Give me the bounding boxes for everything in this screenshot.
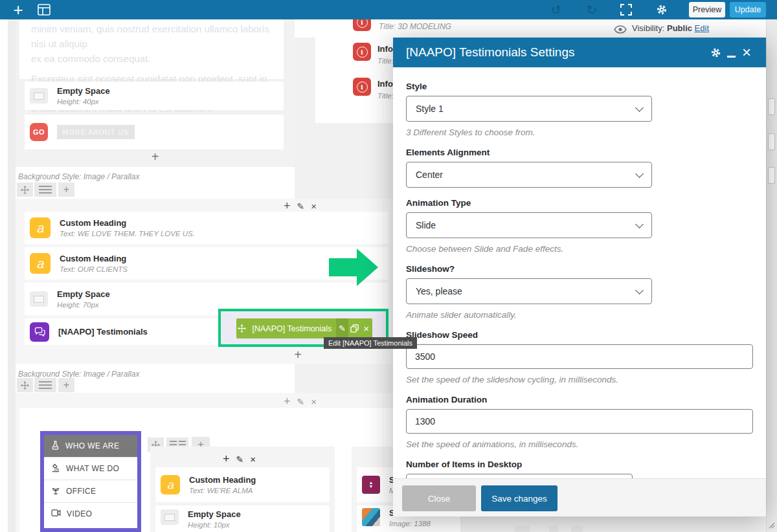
clone-icon[interactable] bbox=[348, 318, 361, 338]
microscope-icon bbox=[51, 463, 60, 474]
info-box-icon: i bbox=[353, 78, 371, 96]
column-bottom-fragment bbox=[549, 526, 558, 532]
chevron-down-icon bbox=[635, 104, 644, 112]
save-changes-button[interactable]: Save changes bbox=[481, 485, 557, 511]
add-element-topbar-icon[interactable]: + bbox=[9, 0, 27, 19]
nav-item-what-we-do[interactable]: WHAT WE DO bbox=[44, 457, 137, 480]
visibility-edit-link[interactable]: Edit bbox=[695, 23, 709, 33]
visibility-value: Public bbox=[667, 23, 692, 33]
nav-item-office[interactable]: OFFICE bbox=[44, 480, 137, 502]
right-strip-box bbox=[768, 133, 775, 150]
row-layout-icon[interactable] bbox=[34, 378, 56, 392]
preview-button[interactable]: Preview bbox=[689, 2, 725, 17]
row-add-icon[interactable]: + bbox=[58, 378, 74, 392]
gear-icon[interactable] bbox=[708, 43, 723, 62]
visibility-label: Visibility: bbox=[632, 23, 664, 33]
left-edge-strip bbox=[8, 19, 16, 532]
fullscreen-icon[interactable] bbox=[617, 0, 635, 19]
chevron-down-icon bbox=[635, 286, 644, 294]
redo-icon[interactable]: ↻ bbox=[583, 0, 601, 19]
nav-item-who-we-are[interactable]: WHO WE ARE bbox=[44, 435, 137, 457]
testimonials-chat-icon bbox=[30, 322, 49, 342]
info-box-label: Info bbox=[377, 79, 393, 89]
row-drag-icon[interactable] bbox=[17, 183, 33, 197]
element-empty-space[interactable]: Empty Space Height: 40px bbox=[25, 82, 284, 110]
modal-title: [NAAPO] Testimonials Settings bbox=[406, 45, 708, 60]
drag-move-icon[interactable] bbox=[236, 318, 247, 338]
undo-icon[interactable]: ↺ bbox=[547, 0, 565, 19]
column-controls: + ✎ × bbox=[223, 452, 256, 466]
element-empty-space[interactable]: Empty Space Height: 10px bbox=[155, 505, 330, 532]
empty-space-icon bbox=[161, 509, 179, 525]
add-icon[interactable]: + bbox=[223, 452, 230, 466]
add-element-icon[interactable]: + bbox=[16, 150, 295, 164]
add-icon[interactable]: + bbox=[284, 199, 291, 213]
modal-header: [NAAPO] Testimonials Settings × bbox=[393, 38, 766, 67]
eye-icon bbox=[614, 25, 627, 36]
chevron-down-icon bbox=[635, 220, 644, 228]
lorem-line: ex ea commodo consequat. bbox=[31, 51, 284, 66]
close-icon[interactable]: × bbox=[739, 43, 754, 62]
empty-space-icon bbox=[30, 88, 48, 104]
empty-space-icon bbox=[30, 291, 48, 307]
delete-icon[interactable]: × bbox=[360, 318, 372, 338]
edit-pencil-icon[interactable]: ✎ bbox=[336, 318, 348, 338]
pencil-icon[interactable]: ✎ bbox=[236, 454, 244, 465]
animation-duration-input[interactable] bbox=[406, 409, 753, 434]
custom-heading-icon: a bbox=[161, 475, 180, 494]
field-animation-duration: Animation Duration Set the speed of anim… bbox=[406, 395, 753, 449]
chevron-down-icon bbox=[635, 170, 644, 178]
gear-icon[interactable] bbox=[653, 0, 671, 19]
info-box-title-hint: Title: 3D MODELING bbox=[379, 22, 451, 31]
column-bottom-fragment bbox=[515, 526, 530, 532]
add-element-icon[interactable]: + bbox=[278, 348, 317, 362]
slideshow-select[interactable]: Yes, please bbox=[406, 278, 652, 304]
row-drag-icon[interactable] bbox=[17, 378, 33, 392]
element-custom-heading[interactable]: a Custom Heading Text: WE LOVE THEM. THE… bbox=[25, 212, 388, 244]
text-block-element[interactable]: minim veniam, quis nostrud exercitation … bbox=[19, 19, 284, 79]
modal-body: Style Style 1 3 Different Styles to choo… bbox=[393, 67, 766, 498]
modal-footer: Close Save changes bbox=[393, 478, 766, 516]
element-custom-heading[interactable]: a Custom Heading Text: WE'RE ALMA bbox=[155, 467, 330, 502]
nav-item-video[interactable]: VIDEO bbox=[44, 502, 137, 525]
animation-type-select[interactable]: Slide bbox=[406, 212, 652, 238]
lorem-line: minim veniam, quis nostrud exercitation … bbox=[31, 21, 284, 51]
field-elements-alignment: Elements Alignment Center bbox=[406, 148, 753, 188]
element-button-preview[interactable]: GO MORE ABOUT US bbox=[25, 115, 284, 150]
pencil-icon[interactable]: ✎ bbox=[297, 397, 305, 407]
custom-heading-icon: a bbox=[30, 253, 51, 274]
close-icon[interactable]: × bbox=[250, 454, 256, 465]
field-animation-type: Animation Type Slide Choose between Slid… bbox=[406, 198, 753, 254]
info-box-sub: Title: bbox=[377, 57, 394, 65]
pencil-icon[interactable]: ✎ bbox=[297, 201, 305, 212]
close-icon[interactable]: × bbox=[311, 201, 317, 212]
testimonials-title: [NAAPO] Testimonials bbox=[58, 327, 148, 337]
field-slideshow-speed: Slideshow Speed Set the speed of the sli… bbox=[406, 330, 753, 384]
update-button[interactable]: Update bbox=[730, 2, 766, 17]
close-button[interactable]: Close bbox=[402, 485, 476, 511]
slideshow-speed-input[interactable] bbox=[406, 344, 753, 369]
column-controls: + ✎ × bbox=[284, 199, 317, 213]
edit-tooltip: Edit [NAAPO] Testimonials bbox=[324, 337, 417, 349]
sort-icon: ▲▼ bbox=[362, 476, 380, 494]
more-about-us-button[interactable]: MORE ABOUT US bbox=[57, 125, 135, 139]
field-slideshow: Slideshow? Yes, please Animate slider au… bbox=[406, 264, 753, 320]
row-add-icon[interactable]: + bbox=[58, 183, 74, 197]
green-arrow-shaft bbox=[329, 258, 357, 276]
alignment-select[interactable]: Center bbox=[406, 162, 652, 188]
templates-icon[interactable] bbox=[35, 0, 53, 19]
close-icon[interactable]: × bbox=[311, 396, 317, 407]
visibility-row: Visibility: Public Edit bbox=[632, 23, 709, 33]
field-style: Style Style 1 3 Different Styles to choo… bbox=[406, 82, 753, 137]
info-box-sub: Title: bbox=[377, 92, 394, 100]
right-edge-strip bbox=[766, 19, 777, 532]
info-box-icon: i bbox=[353, 43, 371, 61]
column-controls: + ✎ × bbox=[284, 395, 317, 408]
minimize-icon[interactable] bbox=[723, 43, 739, 62]
toolbar-element-label: [NAAPO] Testimonials bbox=[253, 324, 332, 333]
resize-handle-icon[interactable] bbox=[767, 520, 775, 527]
nav-menu-preview: WHO WE ARE WHAT WE DO OFFICE VIDEO bbox=[40, 431, 141, 532]
row-layout-icon[interactable] bbox=[34, 183, 56, 197]
add-icon[interactable]: + bbox=[284, 395, 291, 408]
style-select[interactable]: Style 1 bbox=[406, 96, 652, 122]
